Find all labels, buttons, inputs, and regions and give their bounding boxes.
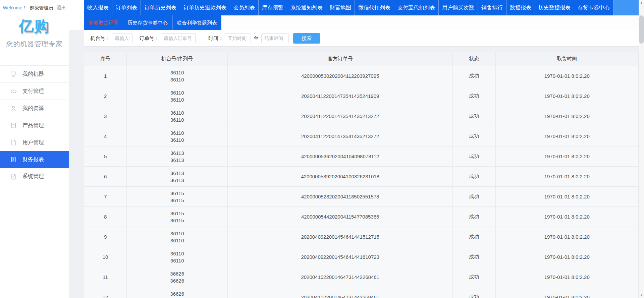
cell-time: 1970-01-01 8:0:2.20 (495, 146, 639, 167)
top-nav-tabs: 收入报表订单列表订单历史列表订单历史退款列表会员列表库存预警系统通知列表财富地图… (84, 0, 613, 15)
table-row: 1136626366262020041022001464731442268461… (84, 267, 639, 287)
cell-status: 成功 (453, 66, 495, 86)
cell-seq: 2 (84, 86, 127, 106)
order-label: 订单号： (139, 35, 159, 42)
cell-machine: 3662636626 (127, 267, 228, 287)
nav-tab-14[interactable]: 历史数据报表 (535, 0, 574, 15)
time-label: 时间： (208, 35, 223, 42)
nav-tab-15[interactable]: 存货卡券中心 (574, 0, 613, 15)
resource-icon (10, 105, 17, 112)
cell-time: 1970-01-01 8:0:2.20 (495, 247, 639, 267)
sidebar-item-my-resources[interactable]: 我的资源 (0, 100, 69, 117)
sidebar-item-finance-reports[interactable]: 财务报表 (0, 151, 69, 168)
brand-logo: 亿购 (0, 16, 69, 36)
nav-tab-2[interactable]: 订单列表 (112, 0, 141, 15)
sidebar-item-label: 产品管理 (22, 122, 44, 129)
main-area: 收入报表订单列表订单历史列表订单历史退款列表会员列表库存预警系统通知列表财富地图… (84, 0, 639, 298)
cell-status: 成功 (453, 187, 495, 207)
cell-machine: 3611036110 (127, 106, 228, 126)
nav-tab-3[interactable]: 订单历史列表 (141, 0, 180, 15)
sub-tab-history-stock-card-center[interactable]: 历史存货卡券中心 (123, 15, 172, 30)
sidebar-item-payment-management[interactable]: 支付管理 (0, 82, 69, 100)
table-row: 936110361102020040922001454641441512715成… (84, 227, 639, 247)
nav-tab-8[interactable]: 财富地图 (326, 0, 355, 15)
logout-link[interactable]: 退出 (57, 5, 66, 10)
sidebar-item-label: 我的资源 (22, 105, 44, 112)
table-row: 336110361102020041122001473541435213272成… (84, 106, 639, 126)
cell-order: 4200000528202004118502551578 (228, 187, 453, 207)
table-row: 636113361134200000539202004100326231018成… (84, 167, 639, 187)
table-header-row: 序号机台号/序列号官方订单号状态取货时间 (84, 52, 639, 66)
sub-nav-rest (221, 15, 639, 30)
to-label: 至 (254, 35, 259, 42)
end-time-input[interactable] (261, 33, 289, 43)
table-row: 736115361154200000528202004118502551578成… (84, 187, 639, 207)
nav-tab-10[interactable]: 支付宝代扣列表 (394, 0, 439, 15)
cell-seq: 12 (84, 287, 127, 298)
cell-machine: 3662636626 (127, 287, 228, 298)
sidebar-item-label: 支付管理 (22, 88, 44, 95)
cell-machine: 3611536115 (127, 187, 228, 207)
nav-tab-1[interactable]: 收入报表 (84, 0, 112, 15)
nav-tab-13[interactable]: 数据报表 (506, 0, 535, 15)
column-header: 机台号/序列号 (127, 52, 228, 66)
cell-seq: 1 (84, 66, 127, 86)
cell-time: 1970-01-01 8:0:2.20 (495, 126, 639, 146)
cell-machine: 3611036110 (127, 66, 228, 86)
cell-seq: 7 (84, 187, 127, 207)
column-header: 取货时间 (495, 52, 639, 66)
nav-tab-12[interactable]: 销售排行 (478, 0, 506, 15)
cell-order: 2020040922001454641441512715 (228, 227, 453, 247)
scrollbar-thumb[interactable] (639, 15, 644, 44)
vertical-scrollbar[interactable]: ▲ ▼ (639, 0, 644, 298)
sidebar-item-product-management[interactable]: 产品管理 (0, 117, 69, 134)
table-row: 1036110361102020040922001454641441610723… (84, 247, 639, 267)
sidebar-item-user-management[interactable]: 用户管理 (0, 134, 69, 151)
scrollbar-up-icon[interactable]: ▲ (639, 0, 644, 6)
records-table-wrap: 序号机台号/序列号官方订单号状态取货时间 1361103611042000005… (84, 52, 639, 298)
cell-time: 1970-01-01 8:0:2.20 (495, 207, 639, 227)
filter-bar: 机台号： 订单号： 时间： 至 搜索 (84, 30, 639, 46)
sidebar-item-my-machines[interactable]: 我的机器 (0, 65, 69, 82)
cell-time: 1970-01-01 8:0:2.20 (495, 267, 639, 287)
cell-status: 成功 (453, 207, 495, 227)
cell-machine: 3611536115 (127, 207, 228, 227)
cell-seq: 8 (84, 207, 127, 227)
machine-input[interactable] (112, 33, 132, 43)
cell-time: 1970-01-01 8:0:2.20 (495, 187, 639, 207)
cell-machine: 3611036110 (127, 86, 228, 106)
machine-label: 机台号： (90, 35, 110, 42)
cell-status: 成功 (453, 126, 495, 146)
cell-order: 4200000539202004100326231018 (228, 167, 453, 187)
sidebar-menu: 我的机器支付管理我的资源产品管理用户管理财务报表系统管理 (0, 65, 69, 185)
nav-tab-6[interactable]: 库存预警 (259, 0, 287, 15)
nav-tab-4[interactable]: 订单历史退款列表 (180, 0, 230, 15)
cell-order: 2020040922001454641441610723 (228, 247, 453, 267)
sidebar-item-label: 财务报表 (22, 156, 44, 163)
nav-tab-7[interactable]: 系统通知列表 (287, 0, 326, 15)
table-row: 436110361102020041122001473541435213272成… (84, 126, 639, 146)
cell-machine: 3611336113 (127, 167, 228, 187)
nav-tab-11[interactable]: 用户购买次数 (439, 0, 478, 15)
payment-icon (10, 88, 17, 95)
cell-status: 成功 (453, 247, 495, 267)
system-icon (10, 173, 17, 180)
nav-tab-5[interactable]: 会员列表 (230, 0, 259, 15)
nav-tab-9[interactable]: 微信代扣列表 (355, 0, 394, 15)
top-nav: 收入报表订单列表订单历史列表订单历史退款列表会员列表库存预警系统通知列表财富地图… (84, 0, 639, 15)
cell-order: 2020041122001473541435241909 (228, 86, 453, 106)
cell-status: 成功 (453, 227, 495, 247)
sidebar-header-extension (69, 0, 84, 30)
column-header: 序号 (84, 52, 127, 66)
cell-time: 1970-01-01 8:0:2.20 (495, 66, 639, 86)
search-button[interactable]: 搜索 (293, 33, 320, 44)
sidebar: Welcome！超级管理员退出 亿购 您的机器管理专家 我的机器支付管理我的资源… (0, 0, 69, 298)
scrollbar-down-icon[interactable]: ▼ (639, 292, 644, 298)
cell-order: 4200000530202004112203927095 (228, 66, 453, 86)
sub-tab-card-pickup-records[interactable]: 卡券取货记录 (84, 15, 123, 30)
sub-tab-unilever-quiz-list[interactable]: 联合利华答题列表 (172, 15, 221, 30)
start-time-input[interactable] (225, 33, 251, 43)
cell-status: 成功 (453, 167, 495, 187)
order-input[interactable] (161, 33, 196, 43)
sidebar-item-system-management[interactable]: 系统管理 (0, 168, 69, 185)
